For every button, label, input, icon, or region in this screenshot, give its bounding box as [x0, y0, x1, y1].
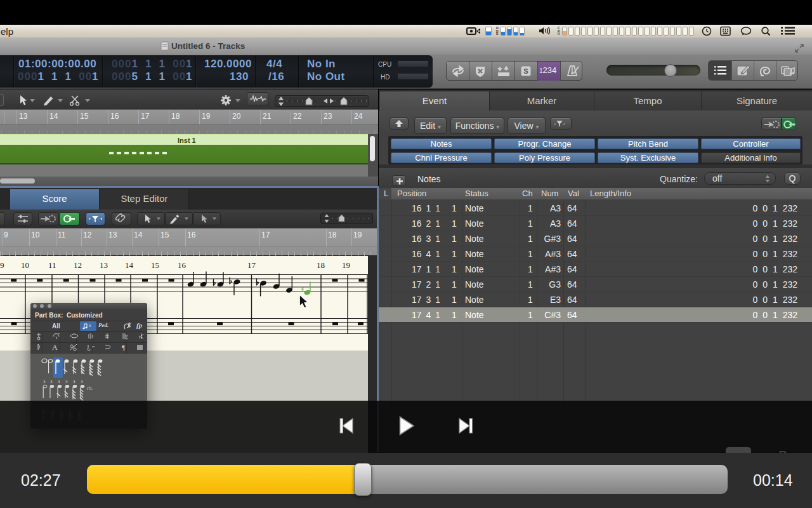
- svg-text:17: 17: [247, 260, 256, 270]
- svg-text:9: 9: [0, 260, 4, 270]
- svg-text:18: 18: [317, 260, 325, 270]
- svg-text:3: 3: [58, 379, 60, 384]
- svg-text:12: 12: [74, 260, 82, 270]
- svg-text:13: 13: [100, 260, 108, 270]
- svg-text:11: 11: [48, 260, 56, 270]
- svg-text:3: 3: [50, 379, 53, 384]
- svg-text:A: A: [52, 343, 58, 352]
- svg-text:15: 15: [151, 260, 159, 270]
- svg-text:19: 19: [342, 260, 350, 270]
- svg-text:16: 16: [178, 260, 187, 270]
- svg-text:3: 3: [81, 379, 83, 384]
- svg-text:14: 14: [125, 260, 134, 270]
- svg-text:S: S: [523, 67, 528, 75]
- svg-text:rit.: rit.: [87, 385, 93, 391]
- svg-text:3: 3: [65, 379, 68, 384]
- svg-text:¶: ¶: [122, 344, 125, 351]
- svg-text:10: 10: [21, 260, 29, 270]
- svg-text:3: 3: [43, 379, 46, 384]
- svg-text:3: 3: [89, 324, 91, 328]
- svg-text:3: 3: [73, 379, 75, 384]
